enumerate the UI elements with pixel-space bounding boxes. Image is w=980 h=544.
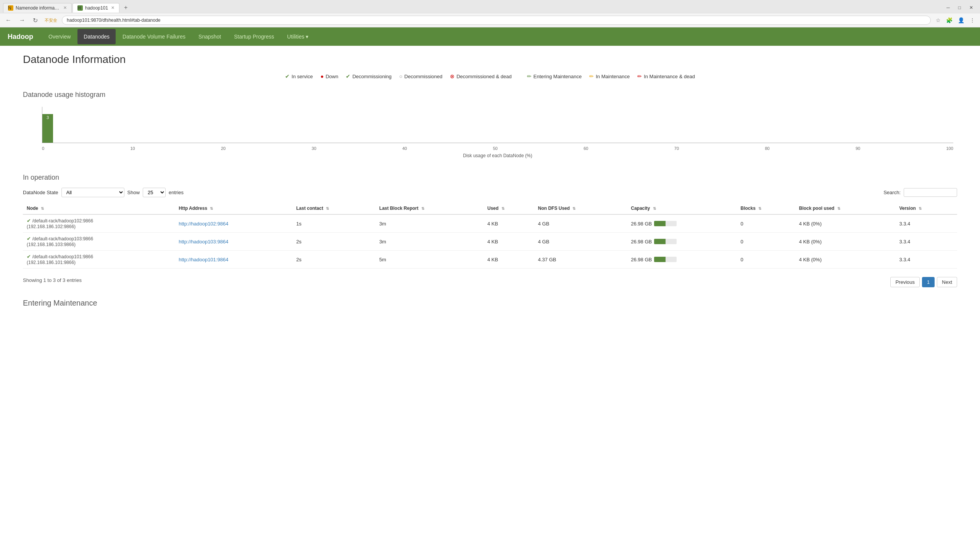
nav-item-overview[interactable]: Overview [42, 29, 77, 44]
legend: ✔ In service ● Down ✔ Decommissioning ○ … [23, 73, 957, 79]
close-button[interactable]: ✕ [965, 3, 977, 12]
sort-capacity-icon: ⇅ [653, 206, 656, 211]
col-used-label: Used [487, 206, 498, 211]
tab-hadoop101[interactable]: H hadoop101 ✕ [73, 3, 119, 13]
http-address-link-0[interactable]: http://hadoop102:9864 [179, 221, 228, 227]
tab-namenode-close[interactable]: ✕ [63, 5, 67, 10]
cell-used-2: 4 KB [484, 251, 534, 269]
datanode-state-label: DataNode State [23, 190, 58, 195]
restore-button[interactable]: □ [954, 3, 965, 12]
x-label-60: 60 [583, 146, 588, 151]
cell-version-0: 3.3.4 [895, 214, 957, 233]
legend-down: ● Down [321, 73, 338, 79]
x-axis-labels: 0 10 20 30 40 50 60 70 80 90 100 [42, 146, 953, 151]
cell-blocks-2: 0 [737, 251, 795, 269]
x-label-80: 80 [765, 146, 769, 151]
tab-favicon-2: H [77, 5, 83, 11]
nav-item-utilities[interactable]: Utilities [281, 29, 314, 44]
decommissioning-icon: ✔ [346, 73, 350, 79]
controls-left: DataNode State All In Service Decommissi… [23, 188, 184, 197]
datanode-state-select[interactable]: All In Service Decommissioning Decommiss… [61, 188, 124, 197]
controls-right: Search: [883, 188, 957, 197]
cell-non-dfs-used-2: 4.37 GB [534, 251, 627, 269]
x-label-70: 70 [674, 146, 679, 151]
entries-select[interactable]: 10 25 50 100 [143, 188, 166, 197]
profile-button[interactable]: 👤 [956, 16, 966, 24]
bookmark-button[interactable]: ☆ [934, 16, 943, 24]
cell-used-0: 4 KB [484, 214, 534, 233]
cell-last-block-report-1: 3m [376, 233, 484, 251]
histogram-bar: 3 [42, 114, 53, 143]
histogram-title: Datanode usage histogram [23, 91, 957, 99]
search-input[interactable] [904, 188, 957, 197]
x-label-50: 50 [493, 146, 498, 151]
sort-used-icon: ⇅ [501, 206, 505, 211]
page-1-button[interactable]: 1 [922, 277, 935, 287]
cell-block-pool-used-1: 4 KB (0%) [795, 233, 896, 251]
col-version-label: Version [899, 206, 916, 211]
capacity-bar-bg-0 [654, 221, 677, 226]
cell-last-contact-1: 2s [292, 233, 376, 251]
menu-button[interactable]: ⋮ [968, 16, 977, 24]
cell-blocks-0: 0 [737, 214, 795, 233]
entering-maintenance-title: Entering Maintenance [23, 299, 957, 307]
col-last-contact[interactable]: Last contact ⇅ [292, 203, 376, 214]
nav-item-datanode-volume-failures[interactable]: Datanode Volume Failures [116, 29, 192, 44]
col-block-pool-label: Block pool used [799, 206, 835, 211]
cell-last-block-report-2: 5m [376, 251, 484, 269]
bar-value-label: 3 [47, 114, 49, 120]
col-version[interactable]: Version ⇅ [895, 203, 957, 214]
datanode-table: Node ⇅ Http Address ⇅ Last contact ⇅ Las… [23, 203, 957, 269]
http-address-link-1[interactable]: http://hadoop103:9864 [179, 239, 228, 245]
col-last-block-report[interactable]: Last Block Report ⇅ [376, 203, 484, 214]
url-bar[interactable] [62, 16, 931, 25]
col-node-label: Node [27, 206, 38, 211]
decommissioned-label: Decommissioned [405, 74, 443, 79]
entries-label: entries [169, 190, 184, 195]
col-http-address[interactable]: Http Address ⇅ [175, 203, 292, 214]
col-non-dfs-used[interactable]: Non DFS Used ⇅ [534, 203, 627, 214]
nav-item-datanodes[interactable]: Datanodes [77, 29, 116, 44]
legend-in-service: ✔ In service [285, 73, 313, 79]
new-tab-button[interactable]: + [120, 2, 131, 13]
next-button[interactable]: Next [937, 277, 957, 287]
node-check-icon-1: ✔ [27, 236, 31, 241]
col-used[interactable]: Used ⇅ [484, 203, 534, 214]
forward-button[interactable]: → [17, 16, 27, 24]
address-bar: ← → ↻ 不安全 ☆ 🧩 👤 ⋮ [0, 13, 980, 27]
in-operation-title: In operation [23, 174, 957, 182]
legend-in-maintenance-dead: ✏ In Maintenance & dead [637, 73, 695, 79]
capacity-bar-fill-1 [654, 239, 666, 244]
table-row: ✔ /default-rack/hadoop102:9866(192.168.1… [23, 214, 957, 233]
http-address-link-2[interactable]: http://hadoop101:9864 [179, 257, 228, 262]
minimize-button[interactable]: ─ [943, 3, 954, 12]
col-blocks[interactable]: Blocks ⇅ [737, 203, 795, 214]
show-label: Show [127, 190, 140, 195]
tab-favicon: N [8, 5, 13, 11]
sort-http-icon: ⇅ [210, 206, 213, 211]
page-title: Datanode Information [23, 53, 957, 66]
col-capacity[interactable]: Capacity ⇅ [627, 203, 737, 214]
tab-hadoop101-close[interactable]: ✕ [111, 5, 114, 10]
tab-namenode[interactable]: N Namenode information ✕ [3, 3, 72, 13]
nav-items: Overview Datanodes Datanode Volume Failu… [42, 29, 314, 44]
sort-last-block-icon: ⇅ [421, 206, 424, 211]
cell-non-dfs-used-1: 4 GB [534, 233, 627, 251]
search-label: Search: [883, 190, 901, 195]
x-label-10: 10 [130, 146, 135, 151]
brand-label: Hadoop [8, 33, 33, 41]
nav-item-startup-progress[interactable]: Startup Progress [228, 29, 280, 44]
nav-item-snapshot[interactable]: Snapshot [192, 29, 227, 44]
table-row: ✔ /default-rack/hadoop101:9866(192.168.1… [23, 251, 957, 269]
extensions-button[interactable]: 🧩 [944, 16, 954, 24]
back-button[interactable]: ← [3, 16, 14, 24]
col-block-pool-used[interactable]: Block pool used ⇅ [795, 203, 896, 214]
cell-node-0: ✔ /default-rack/hadoop102:9866(192.168.1… [23, 214, 175, 233]
histogram-section: Datanode usage histogram 3 0 10 20 30 40… [23, 91, 957, 158]
previous-button[interactable]: Previous [890, 277, 920, 287]
decommissioned-icon: ○ [399, 73, 402, 79]
decommissioning-label: Decommissioning [352, 74, 392, 79]
refresh-button[interactable]: ↻ [31, 16, 40, 25]
col-node[interactable]: Node ⇅ [23, 203, 175, 214]
sort-non-dfs-icon: ⇅ [572, 206, 575, 211]
